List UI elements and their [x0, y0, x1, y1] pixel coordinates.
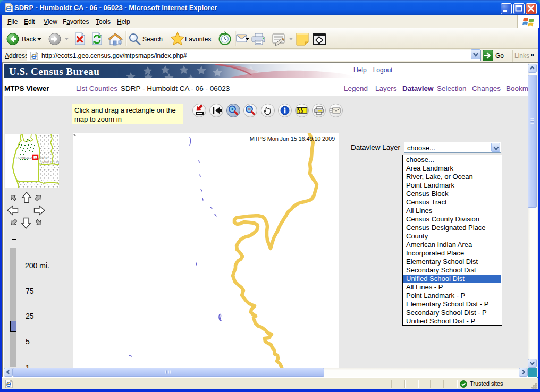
svg-text:Back: Back	[22, 36, 37, 43]
svg-text:1 2: 1 2	[299, 110, 303, 113]
svg-text:Favorites: Favorites	[185, 36, 211, 43]
svg-text:TRINITY COU: TRINITY COU	[40, 160, 59, 164]
svg-text:HUMBOLDT COUNTY: HUMBOLDT COUNTY	[16, 156, 48, 159]
svg-text:Search: Search	[142, 36, 163, 43]
